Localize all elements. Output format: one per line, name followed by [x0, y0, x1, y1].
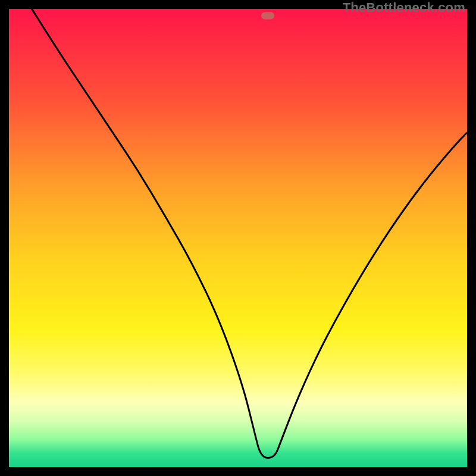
- chart-frame: TheBottleneck.com: [0, 0, 476, 476]
- watermark-text: TheBottleneck.com: [343, 0, 465, 15]
- plot-area: [9, 9, 467, 467]
- optimal-point-marker: [261, 12, 274, 20]
- gradient-background: [9, 9, 467, 467]
- bottleneck-chart: [9, 9, 467, 467]
